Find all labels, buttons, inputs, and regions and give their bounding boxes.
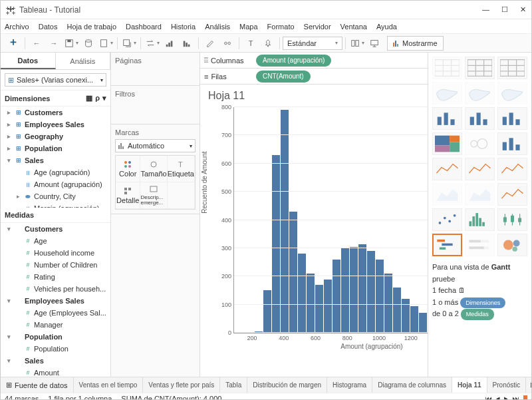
menu-datos[interactable]: Datos: [39, 23, 58, 31]
histogram-bar[interactable]: [367, 251, 375, 333]
showme-thumb-map[interactable]: [465, 82, 495, 104]
showme-thumb-gantt[interactable]: [432, 234, 462, 256]
showme-thumb-tbl[interactable]: [497, 57, 527, 79]
columns-pill[interactable]: Amount (agrupación): [256, 55, 331, 67]
showme-thumb-bar[interactable]: [465, 107, 495, 130]
field-item[interactable]: #Number of Children: [1, 259, 110, 271]
field-item[interactable]: #Age (Employees Sal...: [1, 307, 110, 319]
showme-thumb-bar[interactable]: [432, 107, 462, 130]
pages-shelf[interactable]: Páginas: [115, 57, 196, 65]
menu-dashboard[interactable]: Dashboard: [126, 23, 162, 31]
field-item[interactable]: #Manager: [1, 319, 110, 331]
mark-type-select[interactable]: Automático▾: [115, 139, 196, 152]
nav-last-icon[interactable]: ⏭: [512, 395, 519, 401]
showme-thumb-line[interactable]: [432, 158, 462, 180]
menu-servidor[interactable]: Servidor: [304, 23, 331, 31]
showme-thumb-line[interactable]: [497, 158, 527, 180]
field-item[interactable]: ▸⊞Employees Sales: [1, 118, 110, 130]
tab-sheet[interactable]: Histograma: [327, 377, 372, 393]
tab-analisis[interactable]: Análisis: [56, 53, 111, 69]
fit-select[interactable]: Estándar▾: [283, 37, 342, 50]
showme-thumb-line[interactable]: [465, 158, 495, 180]
close-button[interactable]: ✕: [520, 5, 526, 14]
field-item[interactable]: ▾Population: [1, 331, 110, 343]
field-item[interactable]: #Household income: [1, 247, 110, 259]
histogram-bar[interactable]: [324, 280, 332, 333]
field-item[interactable]: ⫼Amount (agrupación): [1, 178, 110, 190]
tab-sheet[interactable]: Distribución de margen: [247, 377, 327, 393]
nav-next-icon[interactable]: ▸: [504, 394, 508, 400]
save-button[interactable]: [64, 36, 78, 51]
presentation-button[interactable]: [367, 36, 382, 51]
menu-formato[interactable]: Formato: [267, 23, 295, 31]
menu-mapa[interactable]: Mapa: [239, 23, 258, 31]
mark-label[interactable]: TEtiqueta: [168, 156, 195, 182]
nav-first-icon[interactable]: ⏮: [485, 395, 492, 401]
showme-thumb-hist[interactable]: [465, 208, 495, 231]
showme-thumb-sc[interactable]: [432, 208, 462, 231]
menu-icon[interactable]: ▾: [102, 94, 106, 102]
histogram-bar[interactable]: [410, 306, 418, 333]
field-item[interactable]: ▾Customers: [1, 223, 110, 235]
showme-thumb-area[interactable]: [432, 183, 462, 206]
showme-thumb-line[interactable]: [497, 183, 527, 206]
histogram-bar[interactable]: [376, 260, 384, 333]
showme-thumb-tbl[interactable]: [432, 57, 462, 79]
histogram-bar[interactable]: [263, 290, 271, 333]
show-me-button[interactable]: Mostrarme: [387, 36, 444, 51]
showme-thumb-box[interactable]: [497, 208, 527, 231]
field-item[interactable]: ▸⊞Geography: [1, 130, 110, 142]
histogram-bar[interactable]: [384, 274, 392, 333]
tab-sheet[interactable]: Tabla: [220, 377, 247, 393]
mark-color[interactable]: Color: [116, 156, 140, 182]
field-item[interactable]: ▾Employees Sales: [1, 295, 110, 307]
tableau-icon[interactable]: [6, 36, 21, 51]
showme-thumb-cir[interactable]: [465, 132, 495, 155]
rows-pill[interactable]: CNT(Amount): [256, 71, 311, 83]
field-item[interactable]: #Age: [1, 235, 110, 247]
histogram-bar[interactable]: [315, 285, 323, 333]
tab-sheet-active[interactable]: Hoja 11: [452, 377, 487, 393]
histogram-bar[interactable]: [341, 248, 349, 333]
nav-prev-icon[interactable]: ◂: [496, 394, 500, 400]
field-item[interactable]: ▾⊞Sales: [1, 154, 110, 166]
field-item[interactable]: #Rating: [1, 271, 110, 283]
menu-archivo[interactable]: Archivo: [5, 23, 29, 31]
showme-thumb-bub[interactable]: [497, 234, 527, 256]
histogram-bar[interactable]: [419, 313, 427, 333]
show-cards-button[interactable]: [350, 36, 364, 51]
histogram-bar[interactable]: [393, 288, 401, 333]
new-sheet-button[interactable]: [98, 36, 113, 51]
tab-sheet[interactable]: Diagrama de columnas: [372, 377, 452, 393]
tab-datasource[interactable]: ⊞Fuente de datos: [1, 377, 74, 393]
tab-sheet[interactable]: Ventas y flete por país: [143, 377, 220, 393]
mark-detail[interactable]: Detalle: [116, 182, 140, 209]
menu-ayuda[interactable]: Ayuda: [376, 23, 397, 31]
tab-sheet[interactable]: Ventas en el tiempo: [74, 377, 144, 393]
histogram-bar[interactable]: [358, 244, 366, 333]
showme-thumb-tbl[interactable]: [465, 57, 495, 79]
histogram-bar[interactable]: [307, 274, 315, 333]
menu-analisis[interactable]: Análisis: [205, 23, 230, 31]
pin-button[interactable]: [261, 36, 275, 51]
mark-tooltip[interactable]: Descrip... emerge...: [140, 182, 167, 209]
group-button[interactable]: [220, 36, 235, 51]
clear-button[interactable]: [122, 36, 136, 51]
maximize-button[interactable]: ☐: [501, 5, 508, 14]
field-item[interactable]: ⫼Age (agrupación): [1, 166, 110, 178]
sort-asc-button[interactable]: [162, 36, 177, 51]
new-datasource-button[interactable]: [81, 36, 96, 51]
histogram-bar[interactable]: [332, 260, 340, 333]
forward-button[interactable]: →: [47, 36, 61, 51]
minimize-button[interactable]: —: [482, 5, 489, 14]
histogram-bar[interactable]: [298, 254, 306, 333]
showme-thumb-bul[interactable]: [465, 234, 495, 256]
field-item[interactable]: ▸⊞Customers: [1, 106, 110, 118]
filters-shelf[interactable]: Filtros: [115, 90, 196, 98]
histogram-bar[interactable]: [350, 247, 358, 333]
field-item[interactable]: #Vehicles per househ...: [1, 283, 110, 295]
tab-datos[interactable]: Datos: [1, 53, 56, 69]
histogram-bar[interactable]: [272, 155, 280, 333]
tab-sheet[interactable]: Pronóstic: [487, 377, 527, 393]
swap-button[interactable]: [145, 36, 160, 51]
